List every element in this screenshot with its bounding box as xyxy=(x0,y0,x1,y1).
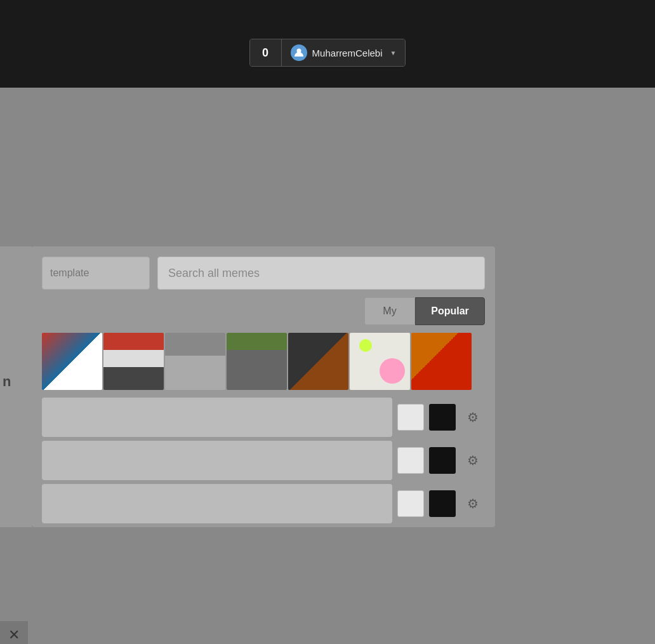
template-input[interactable] xyxy=(42,257,150,290)
text-row-3: ⚙ xyxy=(32,484,495,523)
text-row-2: ⚙ xyxy=(32,441,495,480)
panel-top-row xyxy=(32,246,495,297)
top-nav xyxy=(0,0,655,18)
bottom-section: ✕ n My Popular xyxy=(0,246,655,527)
color-swatch-black-1[interactable] xyxy=(429,404,456,431)
header-bar: 0 MuharremCelebi ▼ xyxy=(0,18,655,88)
left-col: ✕ n xyxy=(0,246,32,527)
section-label: n xyxy=(0,246,32,395)
meme-thumb-7[interactable] xyxy=(411,333,472,390)
dropdown-arrow-icon: ▼ xyxy=(390,50,396,57)
meme-gallery xyxy=(32,333,495,398)
meme-thumb-1[interactable] xyxy=(42,333,102,390)
color-swatch-white-1[interactable] xyxy=(397,404,424,431)
text-input-1[interactable] xyxy=(42,398,392,437)
close-button[interactable]: ✕ xyxy=(0,621,28,644)
color-swatch-black-2[interactable] xyxy=(429,447,456,474)
tab-row: My Popular xyxy=(32,297,495,333)
user-profile-button[interactable]: MuharremCelebi ▼ xyxy=(282,39,406,67)
user-count: 0 xyxy=(250,39,282,67)
color-swatch-black-3[interactable] xyxy=(429,490,456,517)
gear-button-1[interactable]: ⚙ xyxy=(461,405,485,429)
banner-area xyxy=(0,88,655,246)
tab-my[interactable]: My xyxy=(364,297,415,325)
user-widget: 0 MuharremCelebi ▼ xyxy=(249,39,406,67)
avatar-icon xyxy=(291,44,307,61)
gear-button-2[interactable]: ⚙ xyxy=(461,448,485,473)
text-input-3[interactable] xyxy=(42,484,392,523)
gear-button-3[interactable]: ⚙ xyxy=(461,492,485,516)
username-label: MuharremCelebi xyxy=(312,48,383,58)
meme-thumb-2[interactable] xyxy=(103,333,164,390)
search-input[interactable] xyxy=(157,257,485,290)
color-swatch-white-2[interactable] xyxy=(397,447,424,474)
meme-thumb-5[interactable] xyxy=(288,333,348,390)
meme-thumb-4[interactable] xyxy=(227,333,287,390)
meme-thumb-6[interactable] xyxy=(350,333,410,390)
text-input-2[interactable] xyxy=(42,441,392,480)
tab-popular[interactable]: Popular xyxy=(415,297,485,325)
main-panel: My Popular ⚙ xyxy=(32,246,495,527)
text-row-1: ⚙ xyxy=(32,398,495,437)
meme-thumb-3[interactable] xyxy=(165,333,225,390)
color-swatch-white-3[interactable] xyxy=(397,490,424,517)
